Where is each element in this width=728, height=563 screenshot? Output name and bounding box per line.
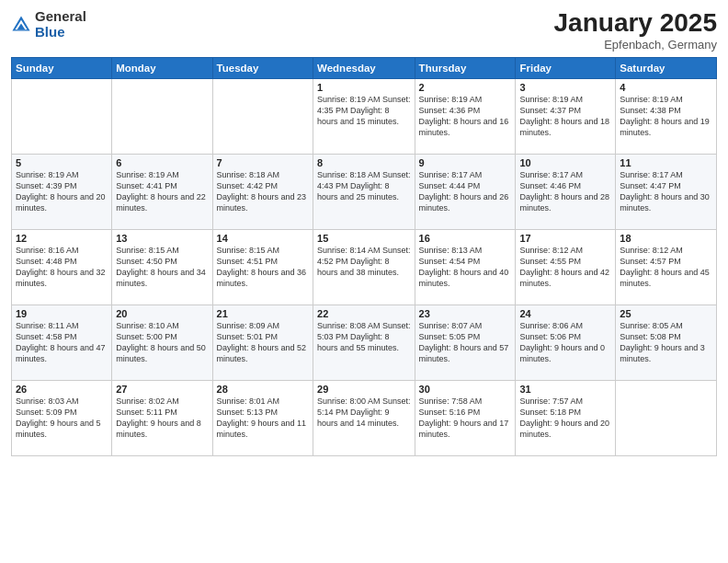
day-info: Sunrise: 8:05 AM Sunset: 5:08 PM Dayligh… — [620, 320, 712, 365]
day-number: 8 — [317, 157, 411, 168]
calendar-cell: 4Sunrise: 8:19 AM Sunset: 4:38 PM Daylig… — [616, 78, 717, 154]
calendar-cell: 10Sunrise: 8:17 AM Sunset: 4:46 PM Dayli… — [516, 154, 616, 229]
days-of-week-row: SundayMondayTuesdayWednesdayThursdayFrid… — [12, 57, 717, 78]
day-info: Sunrise: 8:01 AM Sunset: 5:13 PM Dayligh… — [217, 396, 309, 441]
logo-text: General Blue — [35, 9, 86, 40]
week-row-3: 19Sunrise: 8:11 AM Sunset: 4:58 PM Dayli… — [12, 304, 717, 380]
day-number: 12 — [16, 233, 108, 244]
day-info: Sunrise: 8:02 AM Sunset: 5:11 PM Dayligh… — [116, 396, 208, 441]
day-info: Sunrise: 8:18 AM Sunset: 4:43 PM Dayligh… — [317, 169, 411, 202]
day-number: 5 — [16, 157, 108, 168]
day-number: 16 — [419, 233, 512, 244]
day-info: Sunrise: 7:58 AM Sunset: 5:16 PM Dayligh… — [419, 396, 512, 441]
day-number: 31 — [519, 384, 611, 395]
day-number: 1 — [317, 82, 411, 93]
week-row-1: 5Sunrise: 8:19 AM Sunset: 4:39 PM Daylig… — [12, 154, 717, 229]
calendar-cell — [112, 78, 212, 154]
day-info: Sunrise: 8:12 AM Sunset: 4:55 PM Dayligh… — [519, 245, 611, 290]
calendar-cell: 13Sunrise: 8:15 AM Sunset: 4:50 PM Dayli… — [112, 229, 212, 304]
day-number: 24 — [519, 308, 611, 319]
calendar-cell — [12, 78, 112, 154]
calendar-cell: 31Sunrise: 7:57 AM Sunset: 5:18 PM Dayli… — [516, 380, 616, 455]
day-of-week-sunday: Sunday — [12, 57, 112, 78]
day-number: 28 — [217, 384, 309, 395]
calendar-cell: 27Sunrise: 8:02 AM Sunset: 5:11 PM Dayli… — [112, 380, 212, 455]
calendar-cell: 7Sunrise: 8:18 AM Sunset: 4:42 PM Daylig… — [212, 154, 313, 229]
day-info: Sunrise: 8:08 AM Sunset: 5:03 PM Dayligh… — [317, 320, 411, 353]
day-info: Sunrise: 8:07 AM Sunset: 5:05 PM Dayligh… — [419, 320, 512, 365]
day-number: 18 — [620, 233, 712, 244]
calendar-header: SundayMondayTuesdayWednesdayThursdayFrid… — [12, 57, 717, 78]
day-number: 9 — [419, 157, 512, 168]
day-number: 22 — [317, 308, 411, 319]
day-info: Sunrise: 8:18 AM Sunset: 4:42 PM Dayligh… — [217, 169, 309, 214]
calendar-cell: 28Sunrise: 8:01 AM Sunset: 5:13 PM Dayli… — [212, 380, 313, 455]
day-info: Sunrise: 8:09 AM Sunset: 5:01 PM Dayligh… — [217, 320, 309, 365]
calendar-cell: 8Sunrise: 8:18 AM Sunset: 4:43 PM Daylig… — [313, 154, 415, 229]
calendar-cell: 25Sunrise: 8:05 AM Sunset: 5:08 PM Dayli… — [616, 304, 717, 380]
day-number: 27 — [116, 384, 208, 395]
calendar-cell: 21Sunrise: 8:09 AM Sunset: 5:01 PM Dayli… — [212, 304, 313, 380]
calendar-cell: 19Sunrise: 8:11 AM Sunset: 4:58 PM Dayli… — [12, 304, 112, 380]
day-info: Sunrise: 8:19 AM Sunset: 4:35 PM Dayligh… — [317, 94, 411, 127]
day-number: 30 — [419, 384, 512, 395]
day-info: Sunrise: 7:57 AM Sunset: 5:18 PM Dayligh… — [519, 396, 611, 441]
day-of-week-friday: Friday — [516, 57, 616, 78]
day-of-week-tuesday: Tuesday — [212, 57, 313, 78]
day-number: 17 — [519, 233, 611, 244]
calendar-cell: 30Sunrise: 7:58 AM Sunset: 5:16 PM Dayli… — [415, 380, 516, 455]
day-info: Sunrise: 8:00 AM Sunset: 5:14 PM Dayligh… — [317, 396, 411, 429]
calendar-cell: 15Sunrise: 8:14 AM Sunset: 4:52 PM Dayli… — [313, 229, 415, 304]
calendar-cell: 1Sunrise: 8:19 AM Sunset: 4:35 PM Daylig… — [313, 78, 415, 154]
day-info: Sunrise: 8:17 AM Sunset: 4:47 PM Dayligh… — [620, 169, 712, 214]
day-of-week-saturday: Saturday — [616, 57, 717, 78]
calendar-body: 1Sunrise: 8:19 AM Sunset: 4:35 PM Daylig… — [12, 78, 717, 455]
calendar-cell: 14Sunrise: 8:15 AM Sunset: 4:51 PM Dayli… — [212, 229, 313, 304]
calendar-cell: 22Sunrise: 8:08 AM Sunset: 5:03 PM Dayli… — [313, 304, 415, 380]
day-number: 21 — [217, 308, 309, 319]
calendar-cell: 17Sunrise: 8:12 AM Sunset: 4:55 PM Dayli… — [516, 229, 616, 304]
week-row-2: 12Sunrise: 8:16 AM Sunset: 4:48 PM Dayli… — [12, 229, 717, 304]
day-number: 19 — [16, 308, 108, 319]
week-row-4: 26Sunrise: 8:03 AM Sunset: 5:09 PM Dayli… — [12, 380, 717, 455]
day-info: Sunrise: 8:11 AM Sunset: 4:58 PM Dayligh… — [16, 320, 108, 365]
day-info: Sunrise: 8:15 AM Sunset: 4:51 PM Dayligh… — [217, 245, 309, 290]
calendar-cell: 16Sunrise: 8:13 AM Sunset: 4:54 PM Dayli… — [415, 229, 516, 304]
calendar-cell: 12Sunrise: 8:16 AM Sunset: 4:48 PM Dayli… — [12, 229, 112, 304]
header: General Blue January 2025 Epfenbach, Ger… — [11, 9, 717, 52]
calendar-cell: 3Sunrise: 8:19 AM Sunset: 4:37 PM Daylig… — [516, 78, 616, 154]
day-number: 6 — [116, 157, 208, 168]
calendar: SundayMondayTuesdayWednesdayThursdayFrid… — [11, 57, 717, 456]
day-info: Sunrise: 8:15 AM Sunset: 4:50 PM Dayligh… — [116, 245, 208, 290]
day-of-week-thursday: Thursday — [415, 57, 516, 78]
day-info: Sunrise: 8:17 AM Sunset: 4:46 PM Dayligh… — [519, 169, 611, 214]
day-info: Sunrise: 8:19 AM Sunset: 4:39 PM Dayligh… — [16, 169, 108, 214]
day-number: 15 — [317, 233, 411, 244]
calendar-cell: 5Sunrise: 8:19 AM Sunset: 4:39 PM Daylig… — [12, 154, 112, 229]
day-info: Sunrise: 8:17 AM Sunset: 4:44 PM Dayligh… — [419, 169, 512, 214]
title-area: January 2025 Epfenbach, Germany — [554, 9, 717, 52]
day-number: 14 — [217, 233, 309, 244]
calendar-cell — [616, 380, 717, 455]
day-of-week-monday: Monday — [112, 57, 212, 78]
day-number: 26 — [16, 384, 108, 395]
calendar-cell: 9Sunrise: 8:17 AM Sunset: 4:44 PM Daylig… — [415, 154, 516, 229]
calendar-cell: 2Sunrise: 8:19 AM Sunset: 4:36 PM Daylig… — [415, 78, 516, 154]
calendar-cell: 18Sunrise: 8:12 AM Sunset: 4:57 PM Dayli… — [616, 229, 717, 304]
day-of-week-wednesday: Wednesday — [313, 57, 415, 78]
day-info: Sunrise: 8:13 AM Sunset: 4:54 PM Dayligh… — [419, 245, 512, 290]
day-number: 4 — [620, 82, 712, 93]
day-info: Sunrise: 8:10 AM Sunset: 5:00 PM Dayligh… — [116, 320, 208, 365]
logo-icon — [11, 15, 31, 35]
calendar-cell: 6Sunrise: 8:19 AM Sunset: 4:41 PM Daylig… — [112, 154, 212, 229]
day-number: 10 — [519, 157, 611, 168]
calendar-cell: 11Sunrise: 8:17 AM Sunset: 4:47 PM Dayli… — [616, 154, 717, 229]
day-number: 20 — [116, 308, 208, 319]
logo: General Blue — [11, 9, 86, 40]
month-title: January 2025 — [554, 9, 717, 38]
day-number: 23 — [419, 308, 512, 319]
day-number: 25 — [620, 308, 712, 319]
day-info: Sunrise: 8:12 AM Sunset: 4:57 PM Dayligh… — [620, 245, 712, 290]
day-info: Sunrise: 8:06 AM Sunset: 5:06 PM Dayligh… — [519, 320, 611, 365]
calendar-cell: 23Sunrise: 8:07 AM Sunset: 5:05 PM Dayli… — [415, 304, 516, 380]
